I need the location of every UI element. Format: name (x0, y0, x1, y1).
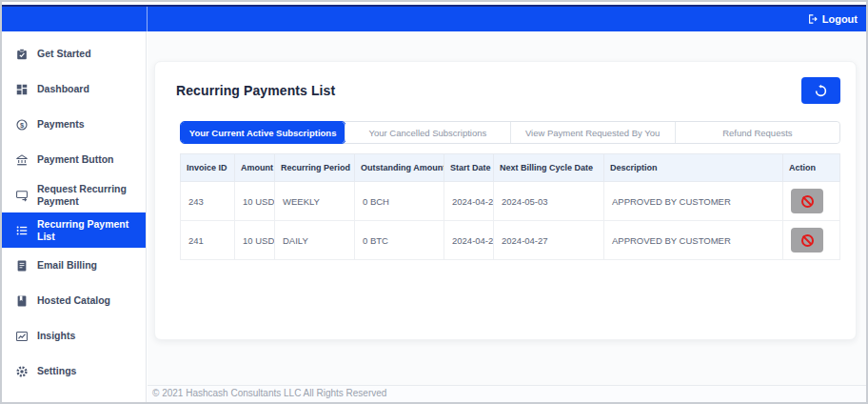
bank-icon (14, 153, 29, 167)
sidebar-item-hosted-catalog[interactable]: Hosted Catalog (2, 283, 146, 318)
sidebar-item-get-started[interactable]: Get Started (2, 36, 146, 71)
logout-label: Logout (822, 13, 858, 25)
cell-description: APPROVED BY CUSTOMER (604, 221, 783, 260)
sidebar-item-payment-button[interactable]: Payment Button (2, 142, 146, 177)
tab-refund-requests[interactable]: Refund Requests (676, 122, 839, 143)
dollar-circle-icon: $ (14, 118, 29, 131)
sidebar-item-label: Payment Button (37, 153, 114, 165)
sidebar-item-payments[interactable]: $ Payments (2, 107, 146, 142)
col-invoice-id: Invoice ID (181, 154, 235, 182)
sidebar-item-email-billing[interactable]: Email Billing (2, 248, 146, 283)
top-bar: Logout (2, 5, 866, 31)
cell-next-billing-cycle-date: 2024-04-27 (494, 221, 604, 260)
cell-amount: 10 USD (235, 182, 275, 221)
sidebar-item-request-recurring-payment[interactable]: Request Recurring Payment (2, 177, 146, 212)
cell-recurring-period: WEEKLY (275, 182, 355, 221)
subscriptions-table-wrap: Invoice ID Amount Recurring Period Outst… (180, 153, 840, 260)
card-arrow-icon (14, 189, 29, 202)
sidebar-item-label: Dashboard (37, 83, 89, 94)
cancel-subscription-button[interactable] (791, 189, 823, 213)
clipboard-check-icon (14, 48, 29, 61)
document-icon (14, 259, 29, 273)
topbar-divider (147, 7, 148, 31)
col-amount: Amount (235, 154, 275, 182)
cell-start-date: 2024-04-26 (444, 221, 494, 260)
prohibit-icon (801, 234, 814, 247)
cell-recurring-period: DAILY (275, 221, 355, 260)
sidebar-item-settings[interactable]: Settings (2, 354, 146, 389)
history-refresh-button[interactable] (801, 77, 840, 104)
book-icon (14, 294, 29, 308)
app-window: Logout Get Started Dashboard $ Payments (0, 0, 868, 404)
svg-text:$: $ (19, 120, 24, 129)
list-icon (14, 224, 29, 237)
grid-icon (14, 83, 29, 96)
sidebar: Get Started Dashboard $ Payments Payment… (2, 31, 147, 402)
cell-outstanding-amount: 0 BTC (355, 221, 444, 260)
logout-button[interactable]: Logout (807, 13, 858, 25)
table-header-row: Invoice ID Amount Recurring Period Outst… (181, 154, 840, 182)
sidebar-item-label: Request Recurring Payment (37, 183, 140, 206)
tab-current-active-subscriptions[interactable]: Your Current Active Subscriptions (181, 122, 345, 143)
col-recurring-period: Recurring Period (275, 154, 355, 182)
tab-cancelled-subscriptions[interactable]: Your Cancelled Subscriptions (345, 122, 510, 143)
cell-description: APPROVED BY CUSTOMER (604, 182, 783, 221)
sidebar-item-insights[interactable]: Insights (2, 318, 146, 354)
cell-invoice-id: 241 (181, 221, 235, 260)
col-next-billing-cycle-date: Next Billing Cycle Date (494, 154, 604, 182)
sidebar-item-label: Recurring Payment List (37, 218, 140, 241)
sidebar-item-recurring-payment-list[interactable]: Recurring Payment List (2, 212, 146, 248)
card-header: Recurring Payments List (155, 62, 856, 104)
cancel-subscription-button[interactable] (791, 228, 823, 252)
col-start-date: Start Date (444, 154, 494, 182)
sidebar-item-label: Hosted Catalog (37, 294, 110, 306)
footer: © 2021 Hashcash Consultants LLC All Righ… (148, 385, 866, 402)
cell-amount: 10 USD (235, 221, 275, 260)
sidebar-item-label: Settings (37, 365, 76, 376)
tab-view-payment-requested[interactable]: View Payment Requested By You (511, 122, 676, 143)
prohibit-icon (801, 195, 814, 208)
sidebar-item-label: Get Started (37, 48, 91, 59)
cell-action (783, 182, 840, 221)
gear-icon (14, 365, 29, 378)
cell-action (783, 221, 840, 260)
sidebar-item-dashboard[interactable]: Dashboard (2, 71, 146, 107)
col-description: Description (604, 154, 783, 182)
cell-next-billing-cycle-date: 2024-05-03 (494, 182, 604, 221)
cell-start-date: 2024-04-26 (444, 182, 494, 221)
cell-outstanding-amount: 0 BCH (355, 182, 444, 221)
logout-icon (807, 13, 819, 25)
col-action: Action (783, 154, 840, 182)
table-row: 243 10 USD WEEKLY 0 BCH 2024-04-26 2024-… (181, 182, 840, 221)
chart-icon (14, 330, 29, 343)
table-row: 241 10 USD DAILY 0 BTC 2024-04-26 2024-0… (181, 221, 840, 260)
main-content: Recurring Payments List Your Current Act… (148, 31, 866, 402)
sidebar-item-label: Insights (37, 330, 75, 341)
cell-invoice-id: 243 (181, 182, 235, 221)
sidebar-item-label: Payments (37, 118, 85, 130)
sidebar-item-label: Email Billing (37, 259, 97, 271)
copyright-text: © 2021 Hashcash Consultants LLC All Righ… (152, 388, 386, 398)
recurring-payments-card: Recurring Payments List Your Current Act… (154, 61, 857, 340)
col-outstanding-amount: Outstanding Amount (355, 154, 444, 182)
subscription-tabs: Your Current Active Subscriptions Your C… (180, 121, 840, 144)
subscriptions-table: Invoice ID Amount Recurring Period Outst… (180, 153, 840, 260)
page-title: Recurring Payments List (176, 83, 335, 98)
history-icon (814, 84, 828, 98)
